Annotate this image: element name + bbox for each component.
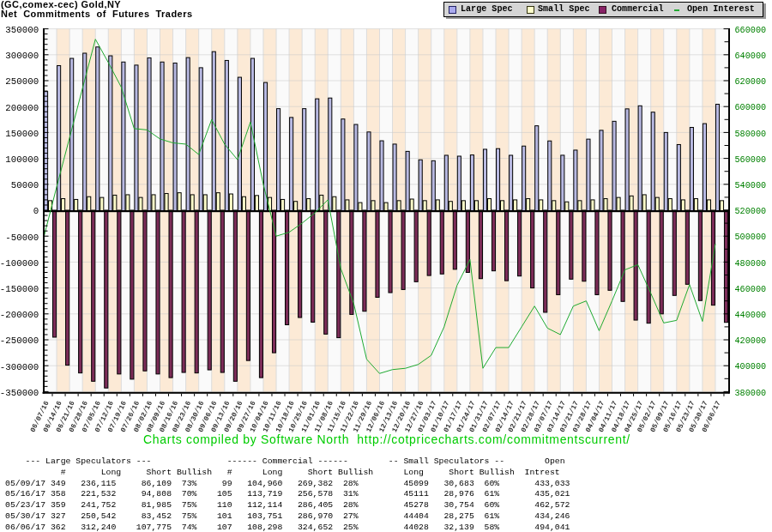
svg-text:380000: 380000 xyxy=(735,389,767,398)
svg-text:0: 0 xyxy=(33,206,39,216)
svg-text:300000: 300000 xyxy=(5,51,39,61)
svg-text:-150000: -150000 xyxy=(0,284,39,294)
svg-text:200000: 200000 xyxy=(5,103,39,113)
svg-text:350000: 350000 xyxy=(5,25,39,35)
svg-text:560000: 560000 xyxy=(735,155,767,165)
svg-text:-250000: -250000 xyxy=(0,336,39,346)
svg-text:100000: 100000 xyxy=(5,154,39,165)
svg-text:400000: 400000 xyxy=(735,362,767,372)
svg-text:-300000: -300000 xyxy=(0,362,39,372)
svg-text:250000: 250000 xyxy=(5,76,39,87)
svg-text:440000: 440000 xyxy=(735,311,767,320)
svg-text:150000: 150000 xyxy=(5,129,39,139)
svg-text:420000: 420000 xyxy=(735,336,767,346)
svg-text:-50000: -50000 xyxy=(5,233,39,243)
svg-text:660000: 660000 xyxy=(735,26,767,35)
svg-text:500000: 500000 xyxy=(735,233,767,242)
svg-text:620000: 620000 xyxy=(735,77,767,87)
svg-text:480000: 480000 xyxy=(735,259,767,269)
svg-text:580000: 580000 xyxy=(735,130,767,139)
svg-text:-100000: -100000 xyxy=(0,258,39,269)
svg-text:460000: 460000 xyxy=(735,285,767,294)
svg-text:540000: 540000 xyxy=(735,181,767,190)
svg-text:600000: 600000 xyxy=(735,103,767,112)
svg-text:-350000: -350000 xyxy=(0,388,39,398)
svg-text:640000: 640000 xyxy=(735,51,767,61)
svg-text:-200000: -200000 xyxy=(0,310,39,320)
svg-text:50000: 50000 xyxy=(11,180,39,190)
svg-text:520000: 520000 xyxy=(735,207,767,216)
